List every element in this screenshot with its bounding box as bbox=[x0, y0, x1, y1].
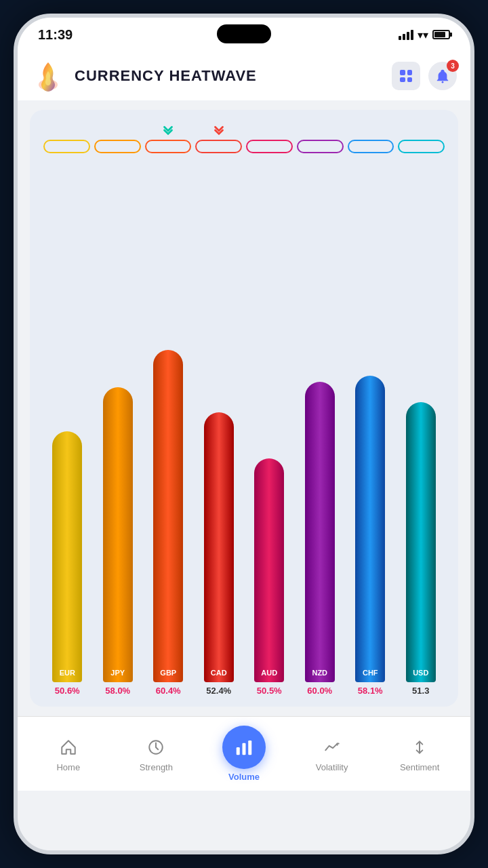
chevron-gbp bbox=[145, 122, 192, 141]
nav-volume[interactable]: Volume bbox=[200, 726, 288, 782]
bar-gbp: GBP bbox=[153, 350, 183, 682]
bar-label-chf: CHF bbox=[363, 669, 378, 677]
bar-label-aud: AUD bbox=[261, 669, 277, 677]
nav-strength[interactable]: Strength bbox=[113, 735, 201, 772]
bar-pct-chf: 58.1% bbox=[358, 686, 383, 696]
nav-sentiment[interactable]: Sentiment bbox=[375, 735, 464, 772]
app-title: CURRENCY HEATWAVE bbox=[75, 67, 382, 85]
oval-chf[interactable] bbox=[348, 140, 394, 153]
bar-pct-usd: 51.3 bbox=[412, 686, 429, 696]
bars-area: EUR 50.6% JPY 58.0% bbox=[41, 164, 447, 696]
bar-pct-cad: 52.4% bbox=[206, 686, 231, 696]
bar-pct-eur: 50.6% bbox=[55, 686, 80, 696]
status-icons: ▾▾ bbox=[399, 28, 450, 41]
main-content: EUR 50.6% JPY 58.0% bbox=[18, 100, 470, 716]
strength-icon bbox=[144, 735, 168, 760]
bar-col-gbp[interactable]: GBP 60.4% bbox=[144, 350, 192, 696]
status-bar: 11:39 ▾▾ bbox=[18, 18, 470, 52]
bar-label-eur: EUR bbox=[60, 669, 75, 677]
bar-pct-nzd: 60.0% bbox=[307, 686, 332, 696]
nav-label-home: Home bbox=[56, 762, 80, 772]
nav-label-volatility: Volatility bbox=[316, 762, 348, 772]
battery-icon bbox=[432, 30, 450, 39]
bar-jpy: JPY bbox=[103, 387, 133, 682]
bar-pct-gbp: 60.4% bbox=[156, 686, 181, 696]
camera-notch bbox=[217, 24, 271, 43]
nav-label-volume: Volume bbox=[228, 772, 260, 782]
oval-cad[interactable] bbox=[195, 140, 242, 153]
bar-label-jpy: JPY bbox=[110, 669, 125, 677]
nav-home[interactable]: Home bbox=[24, 735, 113, 772]
bar-col-aud[interactable]: AUD 50.5% bbox=[245, 458, 293, 696]
oval-usd[interactable] bbox=[398, 140, 445, 153]
bell-icon bbox=[435, 68, 450, 83]
bar-chf: CHF bbox=[355, 376, 385, 682]
nav-label-sentiment: Sentiment bbox=[400, 762, 440, 772]
bar-label-nzd: NZD bbox=[312, 669, 327, 677]
chevron-row bbox=[41, 122, 447, 141]
svg-rect-3 bbox=[237, 747, 240, 755]
bar-cad: CAD bbox=[204, 412, 234, 682]
svg-rect-4 bbox=[242, 743, 245, 755]
chevron-cad bbox=[195, 122, 242, 141]
oval-jpy[interactable] bbox=[94, 140, 141, 153]
status-time: 11:39 bbox=[38, 27, 73, 43]
oval-pills-row bbox=[41, 140, 447, 153]
bar-col-jpy[interactable]: JPY 58.0% bbox=[94, 387, 142, 696]
bar-pct-jpy: 58.0% bbox=[105, 686, 130, 696]
grid-icon bbox=[400, 70, 412, 82]
bar-label-gbp: GBP bbox=[160, 669, 176, 677]
bar-usd: USD bbox=[406, 402, 436, 682]
bar-col-cad[interactable]: CAD 52.4% bbox=[195, 412, 243, 696]
bar-col-nzd[interactable]: NZD 60.0% bbox=[296, 382, 344, 696]
app-logo bbox=[31, 59, 65, 93]
bar-col-usd[interactable]: USD 51.3 bbox=[397, 402, 445, 696]
chart-card: EUR 50.6% JPY 58.0% bbox=[30, 110, 458, 707]
signal-icon bbox=[399, 30, 413, 40]
grid-button[interactable] bbox=[392, 62, 420, 90]
bar-aud: AUD bbox=[254, 458, 284, 682]
nav-volatility[interactable]: Volatility bbox=[288, 735, 376, 772]
bar-col-eur[interactable]: EUR 50.6% bbox=[43, 431, 92, 696]
bottom-nav: Home Strength Volume bbox=[18, 716, 470, 791]
app-header: CURRENCY HEATWAVE 3 bbox=[18, 52, 470, 100]
nav-label-strength: Strength bbox=[140, 762, 173, 772]
bar-col-chf[interactable]: CHF 58.1% bbox=[346, 376, 394, 696]
oval-gbp[interactable] bbox=[145, 140, 192, 153]
svg-point-1 bbox=[442, 81, 444, 83]
header-actions: 3 bbox=[392, 62, 457, 90]
bar-pct-aud: 50.5% bbox=[257, 686, 282, 696]
notification-badge: 3 bbox=[447, 60, 459, 72]
bar-nzd: NZD bbox=[305, 382, 335, 682]
volume-active-btn[interactable] bbox=[222, 726, 266, 769]
volatility-icon bbox=[320, 735, 344, 760]
oval-aud[interactable] bbox=[246, 140, 293, 153]
sentiment-icon bbox=[407, 735, 432, 760]
wifi-icon: ▾▾ bbox=[418, 28, 428, 41]
oval-eur[interactable] bbox=[43, 140, 90, 153]
notification-button[interactable]: 3 bbox=[428, 62, 457, 90]
bar-eur: EUR bbox=[52, 431, 82, 682]
home-icon bbox=[56, 735, 81, 760]
phone-frame: 11:39 ▾▾ bbox=[14, 14, 474, 854]
svg-rect-5 bbox=[248, 741, 251, 755]
currency-selector bbox=[41, 122, 447, 153]
oval-nzd[interactable] bbox=[297, 140, 344, 153]
bar-label-usd: USD bbox=[413, 669, 428, 677]
bar-label-cad: CAD bbox=[211, 669, 227, 677]
